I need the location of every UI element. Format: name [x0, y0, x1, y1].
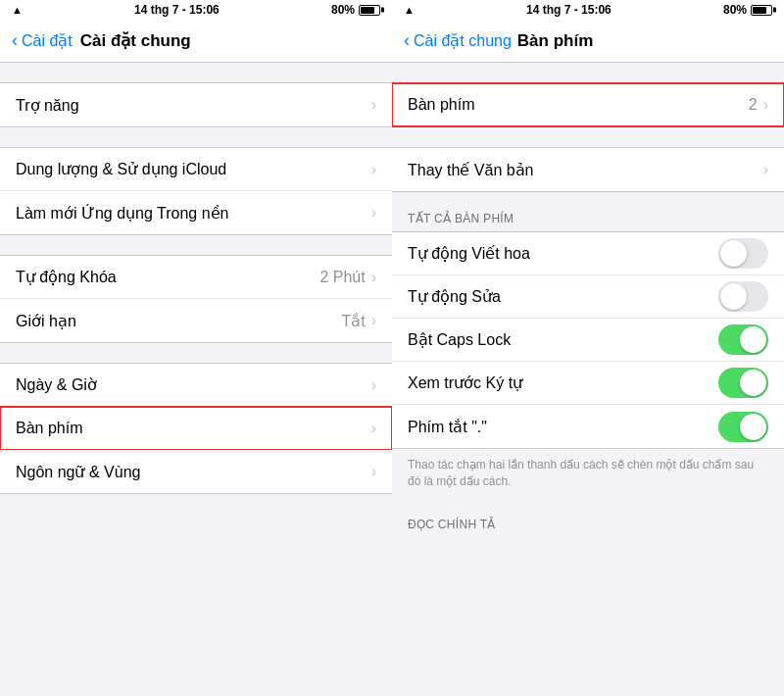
left-content: Trợ năng › Dung lượng & Sử dụng iCloud ›… — [0, 63, 392, 696]
spacer-right-1 — [392, 127, 784, 147]
right-nav-title: Bàn phím — [517, 31, 593, 51]
group-dung-luong-lam-moi: Dung lượng & Sử dụng iCloud › Làm mới Ứn… — [0, 147, 392, 235]
left-back-label: Cài đặt — [22, 31, 73, 50]
toggle-thumb-tu-dong-viet-hoa — [720, 240, 747, 267]
signal-icon-left: ▲ — [12, 4, 23, 16]
group-tro-nang: Trợ năng › — [0, 82, 392, 127]
toggle-tu-dong-sua[interactable] — [718, 281, 768, 312]
label-xem-truoc: Xem trước Ký tự — [408, 373, 718, 392]
row-lam-moi[interactable]: Làm mới Ứng dụng Trong nền › — [0, 191, 392, 234]
label-lam-moi: Làm mới Ứng dụng Trong nền — [16, 204, 371, 223]
row-dung-luong[interactable]: Dung lượng & Sử dụng iCloud › — [0, 148, 392, 191]
row-gioi-han[interactable]: Giới hạn Tắt › — [0, 299, 392, 342]
battery-area-left: 80% — [331, 3, 380, 17]
right-back-chevron: ‹ — [404, 30, 410, 51]
label-dung-luong: Dung lượng & Sử dụng iCloud — [16, 160, 371, 178]
toggle-thumb-tu-dong-sua — [720, 283, 747, 310]
label-tu-dong-sua: Tự động Sửa — [408, 287, 718, 306]
chevron-tu-dong-khoa: › — [371, 269, 376, 286]
status-bar-left: ▲ 14 thg 7 - 15:06 80% — [0, 0, 392, 20]
label-ngon-ngu: Ngôn ngữ & Vùng — [16, 463, 371, 481]
status-bars: ▲ 14 thg 7 - 15:06 80% ▲ 14 thg 7 - 15:0… — [0, 0, 784, 20]
status-bar-right: ▲ 14 thg 7 - 15:06 80% — [392, 0, 784, 20]
toggle-thumb-bat-caps-lock — [740, 326, 766, 353]
toggle-phim-tat[interactable] — [718, 412, 768, 442]
toggle-tu-dong-viet-hoa[interactable] — [718, 238, 768, 269]
row-ban-phim-count[interactable]: Bàn phím 2 › — [392, 83, 784, 126]
section-header-doc-chinh-ta: ĐỌC CHÍNH TẢ — [392, 518, 784, 537]
spacer-2 — [0, 235, 392, 255]
left-back-button[interactable]: ‹ Cài đặt — [12, 30, 73, 51]
left-back-chevron: ‹ — [12, 30, 18, 51]
chevron-ngay-gio: › — [371, 376, 376, 394]
row-tro-nang[interactable]: Trợ năng › — [0, 83, 392, 126]
spacer-1 — [0, 127, 392, 147]
toggle-xem-truoc[interactable] — [718, 368, 768, 398]
time-right: 14 thg 7 - 15:06 — [526, 3, 612, 17]
label-ban-phim-top: Bàn phím — [408, 96, 749, 114]
right-content: Bàn phím 2 › Thay thế Văn bản › TẤT CẢ B… — [392, 63, 784, 696]
battery-icon-right — [751, 5, 772, 16]
row-phim-tat[interactable]: Phím tắt "." — [392, 405, 784, 448]
right-back-button[interactable]: ‹ Cài đặt chung — [404, 30, 512, 51]
chevron-thay-the: › — [763, 161, 768, 178]
chevron-lam-moi: › — [371, 204, 376, 222]
battery-fill-right — [753, 7, 766, 14]
label-tro-nang: Trợ năng — [16, 96, 371, 115]
value-ban-phim-top: 2 — [749, 96, 758, 114]
battery-percent-right: 80% — [723, 3, 747, 17]
chevron-tro-nang: › — [371, 96, 376, 114]
chevron-gioi-han: › — [371, 312, 376, 329]
chevron-ngon-ngu: › — [371, 463, 376, 480]
spacer-right-top — [392, 63, 784, 82]
row-xem-truoc[interactable]: Xem trước Ký tự — [392, 362, 784, 405]
spacer-3 — [0, 343, 392, 363]
row-tu-dong-khoa[interactable]: Tự động Khóa 2 Phút › — [0, 256, 392, 299]
chevron-dung-luong: › — [371, 161, 376, 178]
section-header-tat-ca: TẤT CẢ BÀN PHÍM — [392, 212, 784, 231]
row-bat-caps-lock[interactable]: Bật Caps Lock — [392, 319, 784, 362]
battery-icon-left — [359, 5, 380, 16]
group-doc-chinh-ta: ĐỌC CHÍNH TẢ — [392, 518, 784, 537]
spacer-top-left — [0, 63, 392, 82]
value-tu-dong-khoa: 2 Phút — [319, 269, 365, 286]
right-back-label: Cài đặt chung — [414, 31, 512, 50]
label-tu-dong-viet-hoa: Tự động Viết hoa — [408, 244, 718, 263]
toggle-rows-group: Tự động Viết hoa Tự động Sửa Bật Caps Lo… — [392, 231, 784, 449]
label-thay-the: Thay thế Văn bản — [408, 161, 763, 179]
label-ban-phim: Bàn phím — [16, 420, 371, 437]
group-bottom-left: Ngày & Giờ › Bàn phím › Ngôn ngữ & Vùng … — [0, 363, 392, 494]
row-ban-phim[interactable]: Bàn phím › — [0, 407, 392, 450]
battery-fill-left — [361, 7, 374, 14]
battery-percent-left: 80% — [331, 3, 355, 17]
left-nav-bar: ‹ Cài đặt Cài đặt chung — [0, 20, 392, 63]
time-left: 14 thg 7 - 15:06 — [134, 3, 220, 17]
label-tu-dong-khoa: Tự động Khóa — [16, 268, 319, 286]
row-tu-dong-viet-hoa[interactable]: Tự động Viết hoa — [392, 232, 784, 275]
group-thay-the: Thay thế Văn bản › — [392, 147, 784, 192]
group-ban-phim-top: Bàn phím 2 › — [392, 82, 784, 127]
panels-container: ‹ Cài đặt Cài đặt chung Trợ năng › Dung … — [0, 20, 784, 696]
toggle-thumb-xem-truoc — [740, 370, 766, 396]
toggle-description: Thao tác chạm hai lần thanh dấu cách sẽ … — [392, 449, 784, 498]
right-panel: ‹ Cài đặt chung Bàn phím Bàn phím 2 › Th… — [392, 20, 784, 696]
value-gioi-han: Tắt — [341, 312, 365, 330]
signal-icon-right: ▲ — [404, 4, 415, 16]
row-ngon-ngu[interactable]: Ngôn ngữ & Vùng › — [0, 450, 392, 493]
group-tat-ca-ban-phim: TẤT CẢ BÀN PHÍM Tự động Viết hoa Tự động… — [392, 212, 784, 498]
battery-area-right: 80% — [723, 3, 772, 17]
toggle-bat-caps-lock[interactable] — [718, 324, 768, 355]
row-tu-dong-sua[interactable]: Tự động Sửa — [392, 275, 784, 319]
label-bat-caps-lock: Bật Caps Lock — [408, 330, 718, 349]
chevron-ban-phim-top: › — [763, 96, 768, 114]
label-gioi-han: Giới hạn — [16, 312, 341, 330]
left-panel: ‹ Cài đặt Cài đặt chung Trợ năng › Dung … — [0, 20, 392, 696]
left-nav-title: Cài đặt chung — [80, 30, 191, 51]
row-thay-the[interactable]: Thay thế Văn bản › — [392, 148, 784, 191]
group-tu-dong-gioi-han: Tự động Khóa 2 Phút › Giới hạn Tắt › — [0, 255, 392, 343]
toggle-thumb-phim-tat — [740, 414, 766, 440]
label-phim-tat: Phím tắt "." — [408, 418, 718, 436]
row-ngay-gio[interactable]: Ngày & Giờ › — [0, 364, 392, 407]
label-ngay-gio: Ngày & Giờ — [16, 375, 371, 394]
chevron-ban-phim: › — [371, 420, 376, 437]
